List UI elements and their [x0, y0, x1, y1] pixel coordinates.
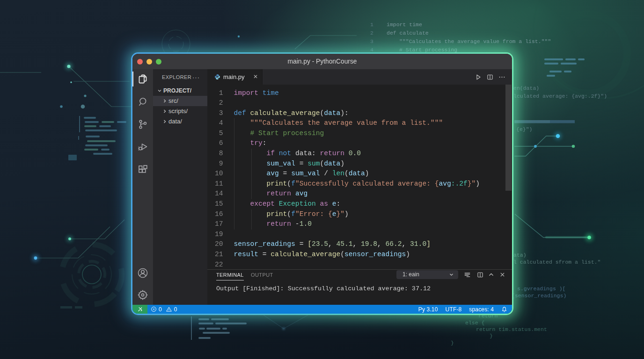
svg-text:import time: import time [387, 22, 422, 28]
svg-text:lculated average: {avg:.2f}"): lculated average: {avg:.2f}") [513, 93, 607, 99]
svg-text:}: } [451, 340, 454, 346]
svg-text:s.gvreadings )[: s.gvreadings )[ [517, 286, 566, 292]
svg-text:1: 1 [370, 22, 373, 28]
svg-text:return tim.status.ment: return tim.status.ment [476, 326, 547, 332]
svg-text:"""Calculates the average valu: """Calculates the average value from a l… [399, 38, 551, 44]
svg-text:{e}"): {e}") [516, 126, 533, 132]
svg-text:else {: else { [465, 320, 484, 326]
svg-text:def calculate: def calculate [387, 30, 429, 36]
svg-text:2: 2 [370, 30, 373, 36]
svg-text:3: 3 [370, 38, 373, 44]
svg-text:[sensor_readings): [sensor_readings) [512, 293, 566, 299]
svg-text:}: } [490, 333, 493, 339]
svg-text:l calculated sfrom a list.": l calculated sfrom a list." [513, 259, 600, 265]
